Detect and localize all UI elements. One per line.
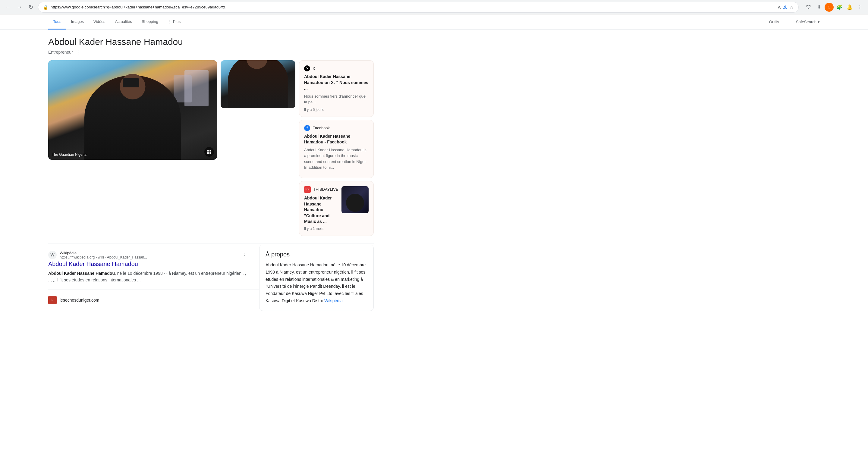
- result-snippet-bold: Abdoul Kader Hassane Hamadou: [48, 271, 115, 276]
- result-url: https://fr.wikipedia.org › wiki › Abdoul…: [60, 255, 239, 259]
- svg-rect-1: [210, 150, 211, 152]
- about-title: À propos: [266, 251, 367, 258]
- x-card-snippet: Nous sommes fiers d'annoncer que la pa..…: [304, 93, 369, 105]
- thumb-image: [341, 186, 369, 213]
- fb-result-card[interactable]: f Facebook Abdoul Kader Hassane Hamadou …: [299, 120, 374, 178]
- result-source-info: Wikipédia https://fr.wikipedia.org › wik…: [60, 251, 239, 259]
- url-text: https://www.google.com/search?q=abdoul+k…: [51, 5, 775, 9]
- tdl-card-with-thumb: TDL THISDAYLIVE Abdoul Kader Hassane Ham…: [304, 186, 369, 231]
- back-button[interactable]: ←: [4, 3, 12, 11]
- tdl-card-content: TDL THISDAYLIVE Abdoul Kader Hassane Ham…: [304, 186, 338, 231]
- result-source-row: W Wikipédia https://fr.wikipedia.org › w…: [48, 251, 247, 259]
- x-source-name: X: [313, 66, 315, 71]
- tab-videos[interactable]: Vidéos: [89, 14, 110, 30]
- image-action-button[interactable]: [204, 147, 214, 157]
- x-card-title: Abdoul Kader Hassane Hamadou on X: " Nou…: [304, 74, 369, 92]
- tdl-card-thumbnail: [341, 186, 369, 213]
- fb-source-icon: f: [304, 125, 310, 131]
- google-nav: Tous Images Vidéos Actualités Shopping ⋮…: [0, 14, 868, 30]
- star-icon: ☆: [789, 5, 794, 10]
- main-image: [48, 60, 217, 160]
- outils-button[interactable]: Outils: [764, 17, 784, 27]
- x-card-header: ✕ X: [304, 65, 369, 71]
- tdl-card-header: TDL THISDAYLIVE: [304, 186, 338, 193]
- translate-icon: A: [778, 5, 781, 10]
- side-image: [221, 60, 296, 108]
- fb-card-snippet: Abdoul Kader Hassane Hamadou is a promin…: [304, 147, 369, 171]
- fb-card-title: Abdoul Kader Hassane Hamadou - Facebook: [304, 133, 369, 145]
- tab-tous[interactable]: Tous: [48, 14, 66, 30]
- lesechos-icon: L: [48, 296, 57, 304]
- browser-chrome: ← → ↻ 🔒 https://www.google.com/search?q=…: [0, 0, 868, 14]
- side-image-card[interactable]: [221, 60, 296, 108]
- tab-images[interactable]: Images: [66, 14, 89, 30]
- about-section: À propos Abdoul Kader Hassane Hamadou, n…: [259, 245, 374, 311]
- kp-more-button[interactable]: ⋮: [75, 49, 81, 56]
- tdl-card-title: Abdoul Kader Hassane Hamadou: "Culture a…: [304, 195, 338, 225]
- tab-plus[interactable]: ⋮ Plus: [163, 14, 185, 30]
- extensions-icon[interactable]: 🧩: [835, 3, 844, 12]
- security-icon: 🔒: [43, 5, 48, 10]
- profile-icon[interactable]: G: [825, 3, 834, 12]
- svg-rect-2: [207, 152, 209, 154]
- result-menu-button[interactable]: ⋮: [242, 252, 247, 258]
- notification-icon[interactable]: 🔔: [845, 3, 854, 12]
- tab-shopping[interactable]: Shopping: [137, 14, 163, 30]
- tdl-source-name: THISDAYLIVE: [313, 187, 338, 192]
- x-source-icon: ✕: [304, 65, 310, 71]
- tdl-result-card[interactable]: TDL THISDAYLIVE Abdoul Kader Hassane Ham…: [299, 181, 374, 236]
- main-image-card[interactable]: The Guardian Nigeria: [48, 60, 217, 160]
- refresh-button[interactable]: ↻: [27, 3, 35, 11]
- about-wikipedia-link[interactable]: Wikipédia: [324, 298, 343, 303]
- result-domain: Wikipédia: [60, 251, 239, 255]
- safesearch-button[interactable]: SafeSearch ▾: [796, 20, 820, 24]
- svg-rect-3: [210, 152, 211, 154]
- media-grid: The Guardian Nigeria ✕: [48, 60, 374, 236]
- translate-icon-2: 文: [783, 4, 787, 10]
- nav-tabs: Tous Images Vidéos Actualités Shopping ⋮…: [48, 14, 764, 30]
- lesechos-result: L lesechosduniger.com: [48, 296, 247, 304]
- main-content: Abdoul Kader Hassane Hamadou Entrepreneu…: [0, 30, 422, 318]
- kp-title: Abdoul Kader Hassane Hamadou: [48, 37, 374, 47]
- tab-actualites[interactable]: Actualités: [110, 14, 137, 30]
- browser-toolbar: 🛡 ⬇ G 🧩 🔔 ⋮: [804, 3, 864, 12]
- image-caption: The Guardian Nigeria: [52, 152, 87, 157]
- side-images: [221, 60, 296, 236]
- fb-source-name: Facebook: [313, 126, 330, 130]
- result-cards: ✕ X Abdoul Kader Hassane Hamadou on X: "…: [299, 60, 374, 236]
- menu-icon[interactable]: ⋮: [855, 3, 864, 12]
- download-icon[interactable]: ⬇: [814, 3, 824, 12]
- wikipedia-icon: W: [48, 251, 57, 259]
- shield-icon[interactable]: 🛡: [804, 3, 813, 12]
- forward-button[interactable]: →: [15, 3, 24, 11]
- address-bar[interactable]: 🔒 https://www.google.com/search?q=abdoul…: [38, 2, 799, 13]
- tdl-source-icon: TDL: [304, 186, 311, 193]
- tdl-card-time: Il y a 1 mois: [304, 226, 338, 231]
- x-result-card[interactable]: ✕ X Abdoul Kader Hassane Hamadou on X: "…: [299, 60, 374, 117]
- results-section: À propos Abdoul Kader Hassane Hamadou, n…: [48, 251, 374, 311]
- svg-rect-0: [207, 150, 209, 152]
- more-dots-icon: ⋮: [168, 19, 172, 24]
- kp-subtitle: Entrepreneur ⋮: [48, 49, 374, 56]
- fb-card-header: f Facebook: [304, 125, 369, 131]
- about-text: Abdoul Kader Hassane Hamadou, né le 10 d…: [266, 261, 367, 305]
- kp-header: Abdoul Kader Hassane Hamadou Entrepreneu…: [48, 37, 374, 56]
- lesechos-domain: lesechosduniger.com: [60, 298, 99, 303]
- x-card-time: Il y a 5 jours: [304, 107, 369, 112]
